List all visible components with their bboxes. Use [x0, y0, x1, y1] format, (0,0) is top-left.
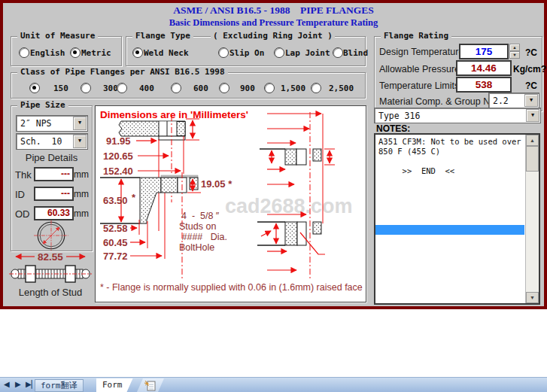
flange-type-group: Flange Type ( Excluding Ring Joint ) Wel… — [126, 36, 366, 66]
flange-dimension-drawing: Dimensions are in 'Millimeters' cad2688.… — [96, 106, 366, 302]
nps-value: 2″ NPS — [20, 118, 52, 129]
flange-class-group: Class of Pipe Flanges per ANSI B16.5 199… — [11, 72, 366, 99]
worksheet-area — [0, 309, 547, 377]
od-field[interactable]: 60.33 — [34, 206, 74, 220]
svg-text:#### Dia.: #### Dia. — [179, 232, 227, 242]
pipe-cross-section-drawing — [19, 220, 84, 251]
tab-scroll-left-icon[interactable]: ◀ — [4, 380, 10, 388]
radio-class-2500-label: 2,500 — [329, 84, 354, 93]
tab-scroll-right-icon[interactable]: ▶ — [15, 380, 21, 388]
radio-class-1500-label: 1,500 — [281, 84, 305, 93]
spinner-down-button[interactable]: ▼ — [509, 51, 520, 59]
sheet-tab-form-translate[interactable]: form翻译 — [35, 379, 84, 392]
insert-worksheet-tab[interactable] — [137, 378, 164, 392]
radio-class-400-label: 400 — [139, 84, 154, 93]
studs-note: 4 - 5/8 ″ Studs on #### Dia. BoltHole — [179, 211, 227, 253]
schedule-value: Sch. 10 — [20, 136, 62, 147]
radio-class-900-label: 900 — [240, 84, 255, 93]
flange-type-caption: Flange Type — [132, 31, 193, 41]
temperature-limits-field[interactable]: 538 — [456, 77, 512, 93]
radio-lap-joint-label: Lap Joint — [285, 48, 330, 58]
svg-text:Studs on: Studs on — [179, 221, 216, 232]
notes-label: NOTES: — [376, 123, 410, 134]
id-label: ID — [15, 189, 25, 200]
material-group-label: Material Comp. & Group No — [379, 96, 495, 107]
scrollbar-thumb[interactable] — [526, 146, 539, 172]
sheet-tab-form[interactable]: Form — [96, 378, 133, 392]
radio-blind[interactable] — [333, 47, 343, 58]
radio-class-150-label: 150 — [53, 84, 68, 93]
diagram-title: Dimensions are in 'Millimeters' — [100, 109, 248, 120]
notes-selected-row[interactable] — [375, 225, 524, 235]
unit-of-measure-group: Unit of Measure English Metric — [11, 36, 122, 66]
svg-text:4 - 5/8 ″: 4 - 5/8 ″ — [181, 211, 220, 221]
app-title: ASME / ANSI B16.5 - 1988 PIPE FLANGES — [0, 5, 547, 17]
stud-drawing: 82.55 — [9, 251, 92, 284]
dim-63-50-star: * — [132, 192, 136, 203]
dim-19-05: 19.05 * — [201, 178, 232, 190]
stud-length-value: 82.55 — [38, 251, 63, 263]
radio-class-600-label: 600 — [193, 84, 208, 93]
flange-type-note: ( Excluding Ring Joint ) — [211, 31, 335, 41]
radio-class-1500[interactable] — [264, 83, 275, 93]
pipe-size-group: Pipe Size 2″ NPS ▼ Sch. 10 ▼ Pipe Detail… — [11, 105, 93, 251]
design-temperature-field[interactable]: 175 — [459, 44, 509, 59]
diagram-footnote: * - Flange is normally supplied with 0.0… — [100, 282, 363, 293]
dim-52-58: 52.58 — [103, 223, 128, 234]
radio-slip-on[interactable] — [218, 47, 229, 58]
design-temperature-spinner: ▲ ▼ — [509, 44, 520, 59]
notes-listbox[interactable]: A351 CF3M: Not to be used over850 F (455… — [374, 133, 540, 305]
radio-class-400[interactable] — [117, 83, 127, 93]
id-field[interactable]: --- — [34, 187, 74, 201]
scroll-down-icon[interactable]: ▼ — [526, 292, 539, 303]
unit-of-measure-caption: Unit of Measure — [17, 31, 98, 41]
radio-class-300[interactable] — [81, 83, 91, 93]
thk-field[interactable]: --- — [34, 167, 74, 181]
radio-class-600[interactable] — [171, 83, 181, 93]
schedule-combobox[interactable]: Sch. 10 ▼ — [16, 133, 88, 150]
notes-text: A351 CF3M: Not to be used over850 F (455… — [378, 137, 524, 176]
allowable-pressure-label: Allowable Pressure — [379, 64, 460, 74]
radio-class-2500[interactable] — [311, 83, 321, 93]
material-group-value: 2.2 — [493, 96, 509, 106]
chevron-down-icon[interactable]: ▼ — [524, 94, 538, 107]
flange-class-caption: Class of Pipe Flanges per ANSI B16.5 199… — [17, 67, 228, 77]
radio-metric[interactable] — [70, 47, 81, 58]
radio-class-900[interactable] — [219, 83, 229, 93]
nps-combobox[interactable]: 2″ NPS ▼ — [16, 115, 88, 132]
dim-120-65: 120.65 — [103, 150, 133, 162]
dim-152-40: 152.40 — [103, 166, 133, 177]
dim-63-50: 63.50 — [103, 195, 128, 206]
od-label: OD — [15, 208, 30, 220]
flange-app-window: ASME / ANSI B16.5 - 1988 PIPE FLANGES Ba… — [0, 0, 547, 309]
length-of-stud-label: Length of Stud — [9, 287, 92, 298]
radio-lap-joint[interactable] — [274, 47, 284, 58]
flange-rating-caption: Flange Rating — [381, 31, 451, 41]
spinner-up-button[interactable]: ▲ — [509, 44, 520, 51]
radio-class-150[interactable] — [29, 83, 40, 93]
radio-weld-neck[interactable] — [132, 47, 143, 58]
material-type-value: Type 316 — [378, 111, 420, 121]
allowable-pressure-unit: Kg/cm? — [513, 64, 546, 74]
chevron-down-icon[interactable]: ▼ — [73, 117, 87, 130]
radio-english[interactable] — [19, 47, 29, 58]
left-flange-upper-section — [119, 119, 199, 140]
material-group-combobox[interactable]: 2.2 ▼ — [488, 93, 539, 108]
notes-scrollbar[interactable]: ▲ ▼ — [525, 135, 539, 303]
allowable-pressure-field[interactable]: 14.46 — [456, 60, 512, 76]
material-type-combobox[interactable]: Type 316 ▼ — [374, 108, 541, 123]
radio-metric-label: Metric — [81, 48, 111, 58]
od-unit: mm — [74, 208, 89, 219]
temperature-limits-label: Temperature Limits — [379, 81, 459, 91]
radio-slip-on-label: Slip On — [229, 48, 264, 58]
scroll-up-icon[interactable]: ▲ — [526, 135, 539, 146]
dim-91-95: 91.95 — [106, 135, 131, 147]
chevron-down-icon[interactable]: ▼ — [526, 109, 539, 122]
insert-worksheet-icon — [137, 378, 164, 392]
chevron-down-icon[interactable]: ▼ — [73, 135, 87, 148]
dim-60-45: 60.45 — [103, 237, 128, 248]
pipe-details-label: Pipe Details — [11, 152, 92, 163]
radio-weld-neck-label: Weld Neck — [144, 48, 189, 58]
radio-blind-label: Blind — [343, 48, 368, 58]
thk-label: Thk — [15, 169, 32, 181]
